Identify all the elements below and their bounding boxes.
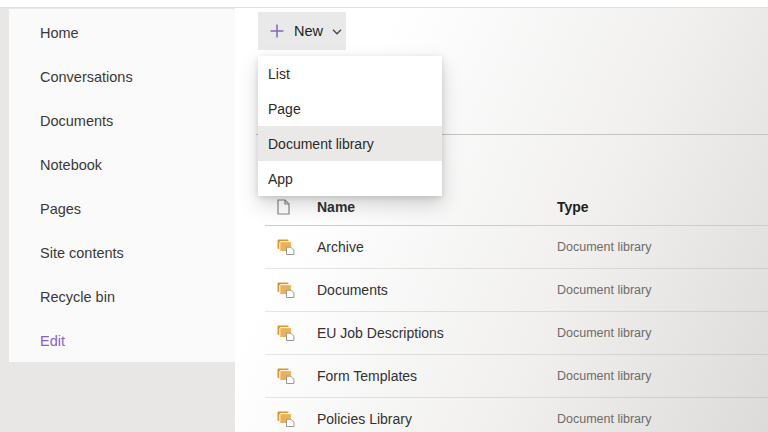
- menu-item-label: Document library: [268, 136, 374, 152]
- row-name: Documents: [317, 282, 557, 298]
- sidebar-item-label: Recycle bin: [40, 289, 115, 305]
- sidebar-item[interactable]: Documents: [9, 99, 235, 143]
- row-type: Document library: [557, 326, 768, 340]
- table-row[interactable]: Archive Document library: [265, 226, 768, 269]
- sidebar-item[interactable]: Pages: [9, 187, 235, 231]
- table-row[interactable]: Documents Document library: [265, 269, 768, 312]
- main-content: New List Page Document library App: [235, 8, 768, 432]
- document-icon: [277, 199, 317, 215]
- table-row[interactable]: Form Templates Document library: [265, 355, 768, 398]
- document-library-icon: [277, 325, 317, 341]
- menu-item[interactable]: App: [258, 161, 442, 196]
- plus-icon: [269, 23, 285, 39]
- row-name: EU Job Descriptions: [317, 325, 557, 341]
- left-navigation: Home Conversations Documents Notebook Pa…: [9, 9, 235, 362]
- menu-item-label: List: [268, 66, 290, 82]
- new-dropdown-menu: List Page Document library App: [258, 56, 442, 196]
- new-button[interactable]: New: [258, 12, 346, 50]
- sidebar-item-label: Site contents: [40, 245, 124, 261]
- document-library-icon: [277, 411, 317, 427]
- row-name: Policies Library: [317, 411, 557, 427]
- row-type: Document library: [557, 412, 768, 426]
- menu-item-label: App: [268, 171, 293, 187]
- row-type: Document library: [557, 369, 768, 383]
- suite-bar-strip: [0, 0, 768, 8]
- chevron-down-icon: [332, 29, 342, 35]
- row-name: Form Templates: [317, 368, 557, 384]
- menu-item[interactable]: Page: [258, 91, 442, 126]
- sidebar-item[interactable]: Edit: [9, 319, 235, 363]
- table-row[interactable]: Policies Library Document library: [265, 398, 768, 432]
- site-contents-table: Name Type Archive Document library: [265, 188, 768, 432]
- sidebar-item[interactable]: Home: [9, 11, 235, 55]
- sidebar-item-label: Conversations: [40, 69, 133, 85]
- table-row[interactable]: EU Job Descriptions Document library: [265, 312, 768, 355]
- row-type: Document library: [557, 240, 768, 254]
- sidebar-item-label: Documents: [40, 113, 113, 129]
- document-library-icon: [277, 368, 317, 384]
- row-type: Document library: [557, 283, 768, 297]
- menu-item[interactable]: Document library: [258, 126, 442, 161]
- sidebar-item[interactable]: Site contents: [9, 231, 235, 275]
- sidebar-item-label: Pages: [40, 201, 81, 217]
- new-button-label: New: [294, 23, 323, 39]
- row-name: Archive: [317, 239, 557, 255]
- sidebar-item-label: Notebook: [40, 157, 102, 173]
- menu-item[interactable]: List: [258, 56, 442, 91]
- column-header-name[interactable]: Name: [317, 199, 557, 215]
- sidebar-item[interactable]: Recycle bin: [9, 275, 235, 319]
- table-body: Archive Document library Documents Docum…: [265, 226, 768, 432]
- document-library-icon: [277, 239, 317, 255]
- column-header-type[interactable]: Type: [557, 199, 768, 215]
- sidebar-item[interactable]: Conversations: [9, 55, 235, 99]
- document-library-icon: [277, 282, 317, 298]
- sidebar-item[interactable]: Notebook: [9, 143, 235, 187]
- menu-item-label: Page: [268, 101, 301, 117]
- sidebar-item-label: Edit: [40, 333, 65, 349]
- sidebar-item-label: Home: [40, 25, 79, 41]
- nav-list: Home Conversations Documents Notebook Pa…: [9, 9, 235, 363]
